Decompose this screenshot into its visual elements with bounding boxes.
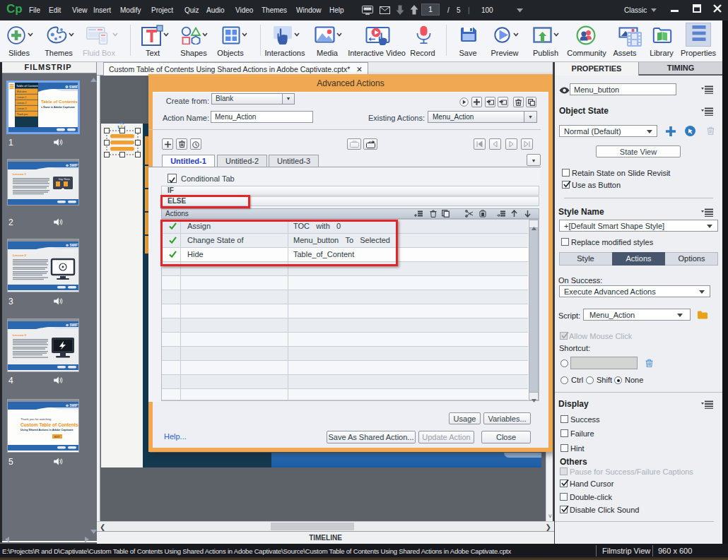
svg-text:Using Shared Actions in Adobe: Using Shared Actions in Adobe Captivate [20, 429, 74, 431]
svg-text:Lesson 1: Lesson 1 [17, 96, 27, 99]
svg-text:Custom Table of Contents: Custom Table of Contents [20, 422, 78, 427]
svg-text:Table of Contents: Table of Contents [16, 84, 40, 88]
svg-text:⚙ SWIFT: ⚙ SWIFT [66, 323, 78, 327]
svg-text:EXIT: EXIT [54, 436, 60, 439]
svg-text:⚙ SWIFT: ⚙ SWIFT [66, 164, 78, 167]
svg-text:s Done in Adobe Captivate: s Done in Adobe Captivate [41, 106, 75, 109]
svg-text:⚙ SWIFT: ⚙ SWIFT [65, 85, 78, 89]
svg-text:Welcome: Welcome [17, 90, 27, 93]
svg-text:⚙ SWIFT: ⚙ SWIFT [66, 404, 78, 407]
svg-text:⚙ SWIFT: ⚙ SWIFT [66, 244, 78, 247]
svg-text:Table of Contents: Table of Contents [41, 99, 78, 104]
svg-text:Lesson 3: Lesson 3 [13, 333, 27, 337]
svg-text:Thank you for watching: Thank you for watching [20, 417, 52, 421]
svg-text:Day Three: Day Three [59, 178, 70, 181]
svg-text:Lesson 2: Lesson 2 [13, 254, 27, 257]
svg-text:Lesson 2: Lesson 2 [17, 102, 27, 105]
svg-text:Thank you: Thank you [17, 113, 28, 116]
svg-text:Lesson 3: Lesson 3 [17, 107, 27, 110]
svg-text:Lesson 1: Lesson 1 [13, 172, 27, 176]
